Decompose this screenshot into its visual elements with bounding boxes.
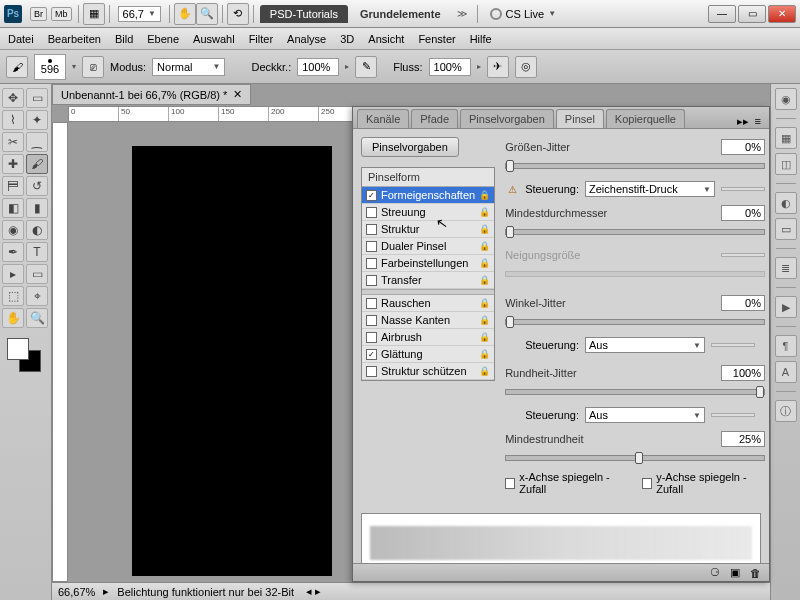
min-diameter-slider[interactable]: [505, 229, 765, 235]
zoom-combo[interactable]: 66,7▼: [118, 6, 161, 22]
new-preset-icon[interactable]: ▣: [730, 566, 740, 579]
toggle-preview-icon[interactable]: ⚆: [710, 566, 720, 579]
pen-tool[interactable]: ✒: [2, 242, 24, 262]
close-icon[interactable]: ✕: [233, 88, 242, 101]
flow-arrow[interactable]: ▸: [477, 62, 481, 71]
crop-tool[interactable]: ✂: [2, 132, 24, 152]
menu-bearbeiten[interactable]: Bearbeiten: [48, 33, 101, 45]
opacity-arrow[interactable]: ▸: [345, 62, 349, 71]
heal-tool[interactable]: ✚: [2, 154, 24, 174]
flow-input[interactable]: 100%: [429, 58, 471, 76]
angle-jitter-slider[interactable]: [505, 319, 765, 325]
eraser-tool[interactable]: ◧: [2, 198, 24, 218]
lock-icon[interactable]: 🔒: [479, 349, 490, 359]
tool-preset-icon[interactable]: 🖌: [6, 56, 28, 78]
workspace-more[interactable]: ≫: [457, 8, 467, 19]
opt-dualer-pinsel[interactable]: Dualer Pinsel🔒: [362, 238, 494, 255]
opt-farbeinstellungen[interactable]: Farbeinstellungen🔒: [362, 255, 494, 272]
checkbox[interactable]: [366, 349, 377, 360]
opt-nasse-kanten[interactable]: Nasse Kanten🔒: [362, 312, 494, 329]
lock-icon[interactable]: 🔒: [479, 366, 490, 376]
airbrush-icon[interactable]: ✈: [487, 56, 509, 78]
tablet-opacity-icon[interactable]: ✎: [355, 56, 377, 78]
menu-filter[interactable]: Filter: [249, 33, 273, 45]
checkbox[interactable]: [366, 332, 377, 343]
checkbox[interactable]: [366, 275, 377, 286]
tab-pinsel[interactable]: Pinsel: [556, 109, 604, 128]
lock-icon[interactable]: 🔒: [479, 224, 490, 234]
zoom-tool[interactable]: 🔍: [26, 308, 48, 328]
menu-analyse[interactable]: Analyse: [287, 33, 326, 45]
control-combo-1[interactable]: Zeichenstift-Druck▼: [585, 181, 715, 197]
adjustments-panel-icon[interactable]: ◐: [775, 192, 797, 214]
gradient-tool[interactable]: ▮: [26, 198, 48, 218]
tab-pinselvorgaben[interactable]: Pinselvorgaben: [460, 109, 554, 128]
opt-airbrush[interactable]: Airbrush🔒: [362, 329, 494, 346]
history-brush-tool[interactable]: ↺: [26, 176, 48, 196]
panel-menu-icon[interactable]: ≡: [755, 115, 761, 128]
opt-struktur-schuetzen[interactable]: Struktur schützen🔒: [362, 363, 494, 380]
color-swatches[interactable]: [7, 338, 43, 374]
zoom-icon[interactable]: 🔍: [196, 3, 218, 25]
workspace-tab-1[interactable]: PSD-Tutorials: [260, 5, 348, 23]
menu-ansicht[interactable]: Ansicht: [368, 33, 404, 45]
tab-kanaele[interactable]: Kanäle: [357, 109, 409, 128]
lock-icon[interactable]: 🔒: [479, 207, 490, 217]
lock-icon[interactable]: 🔒: [479, 315, 490, 325]
character-panel-icon[interactable]: A: [775, 361, 797, 383]
menu-ebene[interactable]: Ebene: [147, 33, 179, 45]
checkbox[interactable]: [366, 207, 377, 218]
3d-camera-tool[interactable]: ⌖: [26, 286, 48, 306]
min-roundness-value[interactable]: 25%: [721, 431, 765, 447]
menu-3d[interactable]: 3D: [340, 33, 354, 45]
trash-icon[interactable]: 🗑: [750, 567, 761, 579]
history-panel-icon[interactable]: ▶: [775, 296, 797, 318]
tab-kopierquelle[interactable]: Kopierquelle: [606, 109, 685, 128]
eyedrop-tool[interactable]: ⁔: [26, 132, 48, 152]
checkbox[interactable]: [366, 258, 377, 269]
checkbox[interactable]: [366, 315, 377, 326]
min-roundness-slider[interactable]: [505, 455, 765, 461]
minimize-button[interactable]: —: [708, 5, 736, 23]
opt-glaettung[interactable]: Glättung🔒: [362, 346, 494, 363]
panel-collapse-icon[interactable]: ▸▸: [737, 115, 749, 128]
marquee-tool[interactable]: ▭: [26, 88, 48, 108]
lock-icon[interactable]: 🔒: [479, 190, 490, 200]
minibridge-btn[interactable]: Mb: [51, 7, 72, 21]
styles-panel-icon[interactable]: ◫: [775, 153, 797, 175]
maximize-button[interactable]: ▭: [738, 5, 766, 23]
checkbox[interactable]: [366, 241, 377, 252]
document-tab[interactable]: Unbenannt-1 bei 66,7% (RGB/8) *✕: [52, 84, 251, 105]
tab-pfade[interactable]: Pfade: [411, 109, 458, 128]
cslive[interactable]: CS Live▼: [490, 8, 556, 20]
dodge-tool[interactable]: ◐: [26, 220, 48, 240]
layers-panel-icon[interactable]: ≣: [775, 257, 797, 279]
lock-icon[interactable]: 🔒: [479, 275, 490, 285]
checkbox[interactable]: [366, 298, 377, 309]
opt-struktur[interactable]: Struktur🔒: [362, 221, 494, 238]
color-panel-icon[interactable]: ◉: [775, 88, 797, 110]
masks-panel-icon[interactable]: ▭: [775, 218, 797, 240]
menu-datei[interactable]: Datei: [8, 33, 34, 45]
checkbox[interactable]: [366, 224, 377, 235]
status-zoom[interactable]: 66,67%: [58, 586, 95, 598]
flip-y-checkbox[interactable]: y-Achse spiegeln - Zufall: [642, 471, 765, 495]
bridge-btn[interactable]: Br: [30, 7, 47, 21]
control-combo-3[interactable]: Aus▼: [585, 407, 705, 423]
brush-panel-toggle-icon[interactable]: ⎚: [82, 56, 104, 78]
checkbox[interactable]: [366, 366, 377, 377]
angle-jitter-value[interactable]: 0%: [721, 295, 765, 311]
move-tool[interactable]: ✥: [2, 88, 24, 108]
roundness-jitter-value[interactable]: 100%: [721, 365, 765, 381]
stamp-tool[interactable]: ⛿: [2, 176, 24, 196]
rotate-icon[interactable]: ⟲: [227, 3, 249, 25]
3d-tool[interactable]: ⬚: [2, 286, 24, 306]
menu-bild[interactable]: Bild: [115, 33, 133, 45]
lasso-tool[interactable]: ⌇: [2, 110, 24, 130]
checkbox[interactable]: [366, 190, 377, 201]
opacity-input[interactable]: 100%: [297, 58, 339, 76]
arrange-icon[interactable]: ▦: [83, 3, 105, 25]
flip-x-checkbox[interactable]: x-Achse spiegeln - Zufall: [505, 471, 628, 495]
swatches-panel-icon[interactable]: ▦: [775, 127, 797, 149]
menu-auswahl[interactable]: Auswahl: [193, 33, 235, 45]
